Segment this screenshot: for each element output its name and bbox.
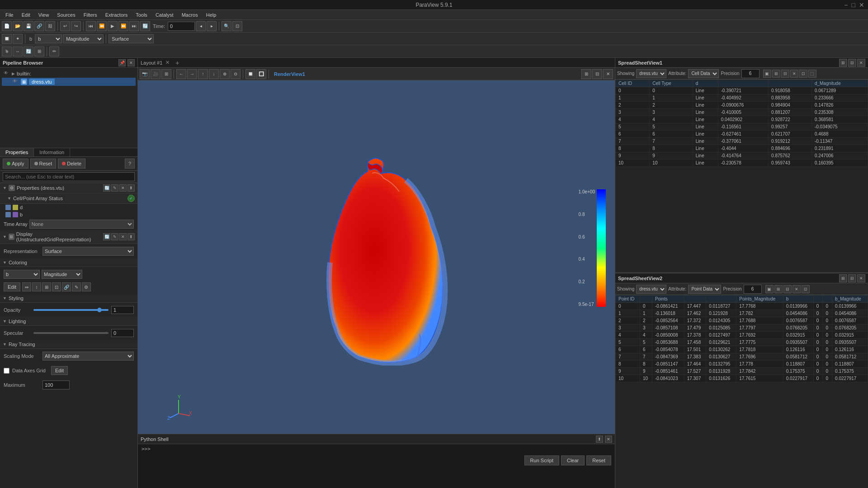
specular-slider[interactable] — [33, 332, 108, 334]
tb3-btn1[interactable]: 🖱 — [2, 47, 12, 56]
menu-filters[interactable]: Filters — [80, 11, 101, 19]
render-nav5[interactable]: ⊕ — [220, 69, 230, 79]
maximum-input[interactable] — [42, 380, 70, 389]
ss1-close[interactable]: ✕ — [857, 59, 865, 67]
properties-section-header[interactable]: ▼ ⚙ Properties (dress.vtu) 🔄 ✎ ✕ ⬆ — [0, 183, 137, 193]
ss2-col-ptid1[interactable]: Point ID — [616, 296, 640, 303]
ss2-close[interactable]: ✕ — [857, 274, 865, 282]
menu-tools[interactable]: Tools — [132, 11, 151, 19]
maximize-btn[interactable]: □ — [852, 1, 855, 9]
ss2-ctrl4[interactable]: ✕ — [793, 285, 801, 293]
time-prev[interactable]: ◂ — [196, 21, 206, 31]
zoom-reset[interactable]: ⊡ — [232, 21, 242, 31]
ss2-ctrl5[interactable]: ⊡ — [802, 285, 810, 293]
ss1-ctrl3[interactable]: ⊟ — [781, 70, 789, 78]
array-status-header[interactable]: ▼ Cell/Point Array Status ✓ — [0, 193, 137, 204]
ss1-source-select[interactable]: dress.vtu — [636, 69, 666, 78]
render-mode1[interactable]: 🔲 — [245, 69, 255, 79]
end-btn[interactable]: ⏭ — [129, 21, 139, 31]
menu-edit[interactable]: Edit — [18, 11, 34, 19]
ss1-attribute-select[interactable]: Cell Data — [688, 69, 719, 78]
display-ctrl2[interactable]: ✎ — [111, 233, 118, 240]
render-layout1[interactable]: ⊞ — [581, 69, 591, 79]
array-status-btn[interactable]: ✓ — [127, 195, 135, 202]
begin-btn[interactable]: ⏮ — [86, 21, 96, 31]
color-ctrl1[interactable]: ⇔ — [22, 282, 31, 291]
render-btn3[interactable]: ⊞ — [161, 69, 171, 79]
color-ctrl4[interactable]: ⊡ — [52, 282, 61, 291]
undo-btn[interactable]: ↩ — [60, 21, 70, 31]
prev-btn[interactable]: ⏪ — [97, 21, 107, 31]
tb2-btn1[interactable]: 🔲 — [2, 34, 12, 44]
ss1-col-d1[interactable]: d — [693, 80, 718, 87]
ss2-col-b3[interactable] — [823, 296, 832, 303]
ss1-col-cellid[interactable]: Cell ID — [616, 80, 650, 87]
render-nav1[interactable]: ← — [176, 69, 186, 79]
coloring-mode-select[interactable]: Magnitude — [42, 270, 82, 279]
render-mode2[interactable]: 🔳 — [256, 69, 266, 79]
tb3-btn2[interactable]: ↔ — [13, 47, 23, 56]
color-ctrl6[interactable]: ✎ — [72, 282, 81, 291]
help-button[interactable]: ? — [125, 159, 135, 169]
ss2-col-ptid2[interactable] — [640, 296, 652, 303]
ss1-col-celltype[interactable]: Cell Type — [650, 80, 693, 87]
play-btn[interactable]: ▶ — [108, 21, 118, 31]
render-btn1[interactable]: 📷 — [140, 69, 150, 79]
zoom-in[interactable]: 🔍 — [222, 21, 231, 31]
time-input[interactable] — [168, 22, 195, 31]
connect-btn[interactable]: 🔗 — [34, 21, 44, 31]
coloring-header[interactable]: ▼ Coloring — [0, 258, 137, 267]
render-nav2[interactable]: → — [187, 69, 197, 79]
render-close[interactable]: ✕ — [603, 69, 613, 79]
render-viewport[interactable]: 1.0e+00 0.8 0.6 0.4 0.2 9.5e-17 b_Magnit… — [138, 80, 615, 434]
tb3-btn5[interactable]: ✏ — [49, 47, 59, 56]
color-ctrl5[interactable]: 🔗 — [62, 282, 71, 291]
ss2-col-bmag[interactable]: b_Magnitude — [832, 296, 868, 303]
data-axes-edit-btn[interactable]: Edit — [51, 366, 68, 375]
display-ctrl4[interactable]: ⬆ — [127, 233, 135, 240]
ss2-btn2[interactable]: ⊟ — [848, 274, 856, 282]
render-btn2[interactable]: 🎥 — [151, 69, 160, 79]
ss2-col-ptsmag[interactable]: Points_Magnitude — [736, 296, 783, 303]
next-btn[interactable]: ⏩ — [118, 21, 128, 31]
ss1-precision-input[interactable] — [741, 69, 760, 78]
pipeline-row-dress[interactable]: 👁 ▦ dress.vtu — [2, 78, 136, 86]
ss2-ctrl1[interactable]: ▣ — [765, 285, 774, 293]
ss1-btn2[interactable]: ⊟ — [848, 59, 856, 67]
data-axes-checkbox[interactable] — [4, 368, 9, 374]
scaling-mode-select[interactable]: All Approximate — [42, 352, 134, 361]
minimize-btn[interactable]: − — [844, 1, 848, 9]
display-section-header[interactable]: ▼ ⊞ Display (UnstructuredGridRepresentat… — [0, 230, 137, 244]
coloring-var-select[interactable]: b — [4, 270, 40, 279]
menu-help[interactable]: Help — [203, 11, 220, 19]
ss2-col-pts3[interactable] — [706, 296, 736, 303]
redo-btn[interactable]: ↪ — [71, 21, 81, 31]
menu-file[interactable]: File — [2, 11, 17, 19]
loop-btn[interactable]: 🔄 — [140, 21, 150, 31]
display-ctrl1[interactable]: 🔄 — [103, 233, 110, 240]
ss2-ctrl2[interactable]: ⊞ — [774, 285, 783, 293]
tb2-btn2[interactable]: ✦ — [13, 34, 23, 44]
ss1-btn1[interactable]: ⊞ — [839, 59, 847, 67]
pipeline-row-builtin[interactable]: 👁 ▶ builtin: — [2, 70, 136, 78]
ss1-ctrl5[interactable]: ⊡ — [799, 70, 807, 78]
ss1-ctrl6[interactable]: ⬚ — [808, 70, 816, 78]
ss2-source-select[interactable]: dress.vtu — [636, 285, 666, 294]
ss2-table-container[interactable]: Point ID Points Points_Magnitude b b_Mag… — [615, 295, 868, 488]
search-input[interactable] — [3, 172, 135, 181]
disconnect-btn[interactable]: ⛓ — [45, 21, 55, 31]
color-ctrl3[interactable]: ⊞ — [42, 282, 51, 291]
b-select[interactable]: b — [35, 34, 62, 43]
new-btn[interactable]: 📄 — [2, 21, 12, 31]
specular-value[interactable] — [111, 329, 134, 337]
props-ctrl4[interactable]: ⬆ — [127, 184, 135, 192]
color-ctrl2[interactable]: ↕ — [32, 282, 41, 291]
apply-button[interactable]: Apply — [3, 159, 28, 169]
ss1-ctrl4[interactable]: ✕ — [790, 70, 798, 78]
ss2-precision-input[interactable] — [744, 285, 762, 294]
clear-btn[interactable]: Clear — [561, 455, 585, 465]
ss1-table-container[interactable]: Cell ID Cell Type d d_Magnitude 0 0 Line… — [615, 80, 868, 272]
reset-script-btn[interactable]: Reset — [586, 455, 611, 465]
magnitude-select[interactable]: Magnitude — [63, 34, 104, 43]
ss2-ctrl3[interactable]: ⊟ — [783, 285, 792, 293]
